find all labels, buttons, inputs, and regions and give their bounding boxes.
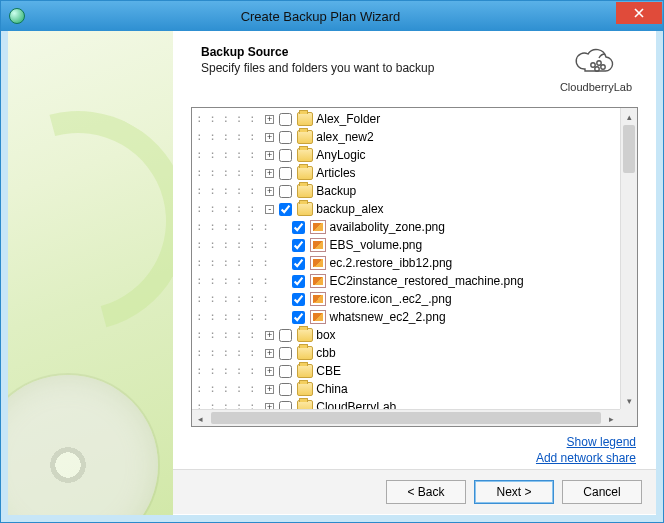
scroll-left-button[interactable]: ◂ <box>192 410 209 427</box>
tree-checkbox[interactable] <box>292 239 305 252</box>
tree-node-label: Articles <box>316 164 355 182</box>
expand-icon[interactable]: + <box>265 385 274 394</box>
tree-node[interactable]: : : : : : +alex_new2 <box>196 128 616 146</box>
window-title: Create Backup Plan Wizard <box>25 9 616 24</box>
tree-node[interactable]: : : : : : +Articles <box>196 164 616 182</box>
tree-node[interactable]: : : : : : : EBS_volume.png <box>196 236 616 254</box>
scroll-right-button[interactable]: ▸ <box>603 410 620 427</box>
tree-checkbox[interactable] <box>279 131 292 144</box>
expand-icon[interactable]: + <box>265 115 274 124</box>
expand-icon[interactable]: + <box>265 169 274 178</box>
svg-point-0 <box>591 63 595 67</box>
tree-node-label: Backup <box>316 182 356 200</box>
folder-icon <box>297 184 313 198</box>
main-panel: Backup Source Specify files and folders … <box>173 31 656 515</box>
tree-node[interactable]: : : : : : +Backup <box>196 182 616 200</box>
tree-checkbox[interactable] <box>279 113 292 126</box>
brand-logo: CloudberryLab <box>554 45 638 93</box>
svg-point-3 <box>601 65 605 69</box>
tree-guides: : : : : : <box>196 344 262 362</box>
tree-node[interactable]: : : : : : : ec.2.restore_ibb12.png <box>196 254 616 272</box>
tree-node[interactable]: : : : : : : availabolity_zone.png <box>196 218 616 236</box>
tree-guides: : : : : : : <box>196 290 275 308</box>
brand-name: CloudberryLab <box>560 81 632 93</box>
tree-checkbox[interactable] <box>279 203 292 216</box>
folder-icon <box>297 112 313 126</box>
folder-icon <box>297 130 313 144</box>
image-file-icon <box>310 220 326 234</box>
cancel-button[interactable]: Cancel <box>562 480 642 504</box>
tree-node[interactable]: : : : : : +AnyLogic <box>196 146 616 164</box>
close-button[interactable] <box>616 2 662 24</box>
folder-icon <box>297 382 313 396</box>
tree-checkbox[interactable] <box>292 275 305 288</box>
back-button[interactable]: < Back <box>386 480 466 504</box>
scroll-up-button[interactable]: ▴ <box>621 108 638 125</box>
image-file-icon <box>310 238 326 252</box>
horizontal-scroll-thumb[interactable] <box>211 412 601 424</box>
wizard-window: Create Backup Plan Wizard Backup Source … <box>0 0 664 523</box>
tree-checkbox[interactable] <box>292 293 305 306</box>
collapse-icon[interactable]: - <box>265 205 274 214</box>
tree-node[interactable]: : : : : : -backup_alex <box>196 200 616 218</box>
tree-node[interactable]: : : : : : +cbb <box>196 344 616 362</box>
next-button[interactable]: Next > <box>474 480 554 504</box>
image-file-icon <box>310 274 326 288</box>
tree-container: : : : : : +Alex_Folder: : : : : +alex_ne… <box>191 107 638 427</box>
tree-checkbox[interactable] <box>292 311 305 324</box>
tree-node[interactable]: : : : : : +Alex_Folder <box>196 110 616 128</box>
tree-node[interactable]: : : : : : +China <box>196 380 616 398</box>
scroll-down-button[interactable]: ▾ <box>621 392 638 409</box>
tree-guides: : : : : : : <box>196 254 275 272</box>
expand-icon[interactable]: + <box>265 367 274 376</box>
tree-checkbox[interactable] <box>279 365 292 378</box>
tree-node-label: China <box>316 380 347 398</box>
folder-icon <box>297 202 313 216</box>
image-file-icon <box>310 256 326 270</box>
add-network-share-link[interactable]: Add network share <box>536 451 636 465</box>
tree-node-label: box <box>316 326 335 344</box>
tree-guides: : : : : : : <box>196 308 275 326</box>
folder-tree[interactable]: : : : : : +Alex_Folder: : : : : +alex_ne… <box>192 108 620 409</box>
tree-node[interactable]: : : : : : : whatsnew_ec2_2.png <box>196 308 616 326</box>
tree-guides: : : : : : <box>196 398 262 409</box>
expand-icon[interactable]: + <box>265 151 274 160</box>
tree-guides: : : : : : <box>196 164 262 182</box>
tree-checkbox[interactable] <box>279 347 292 360</box>
tree-node[interactable]: : : : : : +CloudBerryLab <box>196 398 616 409</box>
tree-node-label: backup_alex <box>316 200 383 218</box>
tree-node[interactable]: : : : : : : restore.icon_.ec2_.png <box>196 290 616 308</box>
expand-icon[interactable]: + <box>265 187 274 196</box>
svg-point-1 <box>597 61 601 65</box>
vertical-scroll-thumb[interactable] <box>623 125 635 173</box>
expand-icon[interactable]: + <box>265 349 274 358</box>
tree-checkbox[interactable] <box>292 221 305 234</box>
client-area: Backup Source Specify files and folders … <box>1 31 663 522</box>
tree-checkbox[interactable] <box>292 257 305 270</box>
page-subtitle: Specify files and folders you want to ba… <box>201 61 542 75</box>
wizard-footer: < Back Next > Cancel <box>173 469 656 514</box>
tree-checkbox[interactable] <box>279 167 292 180</box>
tree-node[interactable]: : : : : : : EC2instance_restored_machine… <box>196 272 616 290</box>
leaf-spacer <box>278 259 287 268</box>
expand-icon[interactable]: + <box>265 331 274 340</box>
link-area: Show legend Add network share <box>173 431 656 469</box>
tree-node-label: alex_new2 <box>316 128 373 146</box>
horizontal-scrollbar[interactable]: ◂ ▸ <box>192 409 620 426</box>
tree-checkbox[interactable] <box>279 185 292 198</box>
tree-guides: : : : : : <box>196 326 262 344</box>
tree-node-label: CloudBerryLab <box>316 398 396 409</box>
tree-checkbox[interactable] <box>279 329 292 342</box>
page-header: Backup Source Specify files and folders … <box>173 31 656 101</box>
vertical-scrollbar[interactable]: ▴ ▾ <box>620 108 637 409</box>
show-legend-link[interactable]: Show legend <box>567 435 636 449</box>
tree-checkbox[interactable] <box>279 383 292 396</box>
folder-icon <box>297 400 313 409</box>
tree-guides: : : : : : <box>196 200 262 218</box>
tree-node[interactable]: : : : : : +CBE <box>196 362 616 380</box>
expand-icon[interactable]: + <box>265 133 274 142</box>
tree-checkbox[interactable] <box>279 401 292 410</box>
tree-node[interactable]: : : : : : +box <box>196 326 616 344</box>
tree-checkbox[interactable] <box>279 149 292 162</box>
folder-icon <box>297 346 313 360</box>
